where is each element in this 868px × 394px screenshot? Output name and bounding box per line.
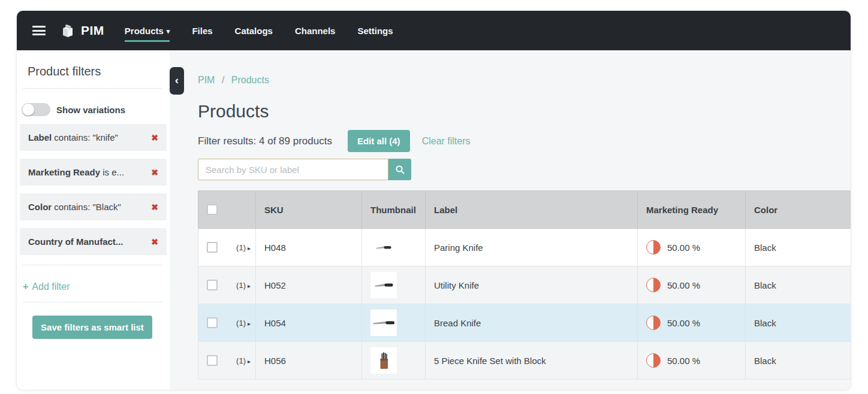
table-row[interactable]: (1)▸ H048 Paring Knife 50.00 % Black (198, 229, 851, 266)
edit-all-button[interactable]: Edit all (4) (348, 130, 410, 152)
progress-pie-icon (646, 240, 661, 254)
sku-cell: H056 (256, 342, 362, 380)
divider (23, 265, 162, 265)
color-cell: Black (746, 266, 851, 304)
row-expander[interactable]: (1)▸ (236, 319, 251, 328)
page-title: Products (198, 101, 851, 122)
save-smart-list-button[interactable]: Save filters as smart list (32, 316, 152, 339)
thumbnail-paring-knife (370, 234, 397, 260)
marketing-ready-cell: 50.00 % (667, 243, 700, 253)
filter-chip-country: Country of Manufact... ✖ (20, 228, 167, 255)
divider (23, 88, 162, 89)
row-expander[interactable]: (1)▸ (236, 281, 251, 290)
table-row[interactable]: (1)▸ H054 Bread Knife 50.00 % Black (198, 304, 851, 342)
row-checkbox[interactable] (207, 280, 218, 290)
thumbnail-utility-knife (370, 272, 397, 298)
remove-filter-icon[interactable]: ✖ (151, 202, 158, 212)
remove-filter-icon[interactable]: ✖ (151, 133, 158, 143)
thumbnail-knife-block (370, 347, 397, 374)
brand[interactable]: PIM (60, 23, 104, 38)
color-cell: Black (746, 229, 851, 266)
sku-cell: H048 (256, 229, 362, 266)
show-variations-toggle[interactable] (22, 103, 50, 116)
label-cell: 5 Piece Knife Set with Block (426, 342, 638, 380)
row-checkbox[interactable] (207, 317, 218, 328)
nav-item-settings[interactable]: Settings (357, 22, 393, 40)
marketing-ready-cell: 50.00 % (667, 280, 700, 290)
expand-caret-icon: ▸ (248, 283, 251, 289)
table-row[interactable]: (1)▸ H052 Utility Knife 50.00 % Black (198, 266, 851, 304)
remove-filter-icon[interactable]: ✖ (151, 237, 158, 247)
nav-items: Products▾ Files Catalogs Channels Settin… (125, 22, 393, 40)
plus-icon: + (23, 281, 28, 292)
marketing-ready-cell: 50.00 % (667, 318, 700, 328)
expand-caret-icon: ▸ (248, 320, 251, 327)
row-checkbox[interactable] (207, 355, 218, 366)
filter-chip-marketing-ready: Marketing Ready is e... ✖ (20, 159, 167, 186)
nav-item-catalogs[interactable]: Catalogs (235, 22, 273, 40)
column-header-label[interactable]: Label (426, 191, 638, 229)
sku-cell: H054 (256, 304, 362, 342)
color-cell: Black (746, 342, 851, 380)
thumbnail-bread-knife (370, 310, 397, 336)
progress-pie-icon (646, 316, 661, 330)
column-header-sku[interactable]: SKU (256, 191, 362, 229)
sku-cell: H052 (256, 266, 362, 304)
row-expander[interactable]: (1)▸ (236, 243, 251, 252)
divider (23, 302, 162, 302)
column-header-marketing-ready[interactable]: Marketing Ready (638, 191, 746, 229)
show-variations-row: Show variations (22, 103, 165, 116)
breadcrumb: PIM / Products (198, 75, 851, 86)
label-cell: Utility Knife (426, 266, 638, 304)
brand-name: PIM (81, 23, 104, 38)
column-header-color[interactable]: Color (746, 191, 851, 229)
color-cell: Black (746, 304, 851, 342)
nav-item-products[interactable]: Products▾ (125, 22, 170, 40)
product-filters-sidebar: Product filters Show variations Label co… (17, 50, 170, 390)
clear-filters-link[interactable]: Clear filters (422, 136, 471, 147)
row-expander[interactable]: (1)▸ (236, 356, 251, 365)
progress-pie-icon (646, 278, 661, 292)
row-checkbox[interactable] (207, 242, 218, 253)
filter-chip-label: Label contains: "knife" ✖ (20, 124, 167, 151)
expand-caret-icon: ▸ (248, 358, 251, 365)
chevron-down-icon: ▾ (167, 28, 170, 35)
add-filter-button[interactable]: +Add filter (23, 281, 170, 292)
filter-results-text: Filter results: 4 of 89 products (198, 135, 332, 147)
breadcrumb-separator: / (222, 75, 224, 85)
nav-item-channels[interactable]: Channels (295, 22, 336, 40)
filter-chip-color: Color contains: "Black" ✖ (20, 193, 167, 220)
column-header-thumbnail[interactable]: Thumbnail (362, 191, 426, 229)
search-icon (395, 165, 405, 175)
hamburger-menu-icon[interactable] (32, 26, 46, 35)
search-button[interactable] (388, 159, 411, 180)
table-header-row: SKU Thumbnail Label Marketing Ready Colo… (198, 191, 851, 229)
expand-caret-icon: ▸ (248, 245, 251, 251)
progress-pie-icon (646, 353, 661, 368)
sidebar-title: Product filters (28, 65, 170, 78)
products-table: SKU Thumbnail Label Marketing Ready Colo… (198, 190, 851, 380)
table-row[interactable]: (1)▸ H056 (198, 342, 851, 380)
top-navbar: PIM Products▾ Files Catalogs Channels Se… (17, 11, 851, 50)
breadcrumb-products[interactable]: Products (231, 75, 269, 85)
pim-logo-icon (60, 23, 76, 38)
label-cell: Bread Knife (426, 304, 638, 342)
select-all-header (198, 191, 256, 229)
label-cell: Paring Knife (426, 229, 638, 266)
collapse-sidebar-button[interactable]: ‹ (170, 67, 184, 95)
search-input[interactable] (198, 159, 388, 180)
show-variations-label: Show variations (56, 105, 125, 115)
marketing-ready-cell: 50.00 % (667, 356, 700, 366)
breadcrumb-pim[interactable]: PIM (198, 75, 215, 85)
app-window: PIM Products▾ Files Catalogs Channels Se… (17, 11, 851, 390)
select-all-checkbox[interactable] (207, 204, 218, 215)
remove-filter-icon[interactable]: ✖ (151, 168, 158, 177)
main-content: ‹ PIM / Products Products Filter results… (170, 50, 851, 390)
nav-item-files[interactable]: Files (192, 22, 212, 40)
toggle-knob (22, 104, 34, 116)
